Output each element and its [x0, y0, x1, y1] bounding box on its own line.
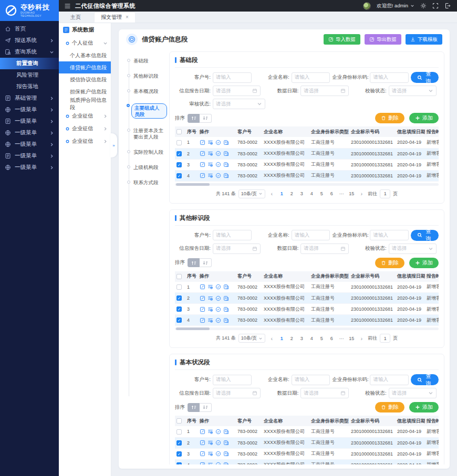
detail-icon[interactable]: [207, 451, 213, 457]
add-button[interactable]: 添加: [409, 258, 439, 268]
row-checkbox[interactable]: ✓: [176, 173, 182, 178]
edit-icon[interactable]: [200, 151, 205, 156]
row-checkbox[interactable]: ✓: [176, 151, 182, 156]
logout-icon[interactable]: [444, 3, 451, 9]
sidebar-item-一级菜单[interactable]: 一级菜单: [0, 139, 59, 150]
customer-no-input[interactable]: 请输入: [213, 72, 252, 83]
detail-icon[interactable]: [207, 140, 213, 145]
copy-icon[interactable]: [223, 295, 229, 301]
edit-icon[interactable]: [200, 162, 205, 167]
anchor-基本概况段[interactable]: 基本概况段: [126, 88, 167, 94]
edit-icon[interactable]: [200, 440, 205, 446]
submenu-item-授信协议信息段[interactable]: 授信协议信息段: [59, 73, 111, 86]
horizontal-scrollbar[interactable]: [175, 183, 439, 186]
copy-icon[interactable]: [223, 151, 229, 156]
edit-icon[interactable]: [200, 306, 205, 312]
company-name-input[interactable]: 请输入: [292, 375, 330, 385]
sort-desc-button[interactable]: [200, 114, 212, 123]
sidebar-item-一级菜单[interactable]: 一级菜单: [0, 104, 59, 115]
approve-icon[interactable]: [215, 318, 221, 323]
scrollbar-thumb[interactable]: [176, 183, 210, 186]
copy-icon[interactable]: [223, 429, 229, 435]
copy-icon[interactable]: [223, 440, 229, 446]
copy-icon[interactable]: [223, 318, 229, 323]
approve-icon[interactable]: [215, 140, 221, 145]
sidebar-collapse-handle[interactable]: »: [110, 133, 117, 157]
submenu-item-个人基本信息段[interactable]: 个人基本信息段: [59, 49, 111, 61]
page-size-select[interactable]: 10条/页: [238, 334, 266, 343]
tab-message-management[interactable]: 报文管理 ×: [95, 12, 135, 23]
row-checkbox[interactable]: ✓: [176, 306, 182, 312]
data-date-picker[interactable]: 请选择: [300, 244, 348, 254]
edit-icon[interactable]: [200, 429, 205, 435]
page-number-···[interactable]: ···: [338, 190, 345, 198]
anchor-其他标识段[interactable]: 其他标识段: [126, 73, 167, 79]
row-checkbox[interactable]: ✓: [176, 318, 182, 323]
sidebar-item-查询系统[interactable]: 查询系统: [0, 46, 59, 58]
company-id-code-input[interactable]: 请输入: [370, 72, 409, 83]
add-button[interactable]: 添加: [409, 113, 439, 123]
edit-icon[interactable]: [200, 173, 205, 178]
info-report-date-picker[interactable]: 请选择: [213, 86, 261, 96]
sort-asc-button[interactable]: [188, 403, 200, 412]
sidebar-item-基础管理[interactable]: 基础管理: [0, 92, 59, 104]
delete-button[interactable]: 删除: [375, 258, 404, 268]
page-number-4[interactable]: 4: [308, 190, 315, 198]
page-number-3[interactable]: 3: [298, 190, 305, 198]
sidebar-subitem-报告落地[interactable]: 报告落地: [0, 81, 59, 92]
next-page-button[interactable]: ›: [358, 334, 365, 342]
next-page-button[interactable]: ›: [358, 190, 365, 198]
fullscreen-icon[interactable]: [432, 3, 439, 9]
copy-icon[interactable]: [223, 462, 229, 464]
edit-icon[interactable]: [200, 451, 205, 457]
page-size-select[interactable]: 10条/页: [238, 189, 266, 198]
validate-status-select[interactable]: 请选择: [389, 388, 437, 398]
sidebar-item-一级菜单[interactable]: 一级菜单: [0, 162, 59, 173]
approve-icon[interactable]: [215, 151, 221, 156]
approve-icon[interactable]: [215, 451, 221, 457]
import-data-button[interactable]: 导入数据: [324, 34, 360, 45]
brand-logo[interactable]: 夺秒科技 DUOMIAO TECHNOLOGY: [0, 0, 59, 21]
sidebar-item-一级菜单[interactable]: 一级菜单: [0, 115, 59, 127]
page-number-5[interactable]: 5: [318, 334, 325, 342]
horizontal-scrollbar[interactable]: [175, 327, 439, 330]
submenu-item-抵质押合同信息段[interactable]: 抵质押合同信息段: [59, 98, 111, 110]
copy-icon[interactable]: [223, 451, 229, 457]
copy-icon[interactable]: [223, 306, 229, 312]
submenu-group-个人征信[interactable]: 个人征信: [59, 37, 111, 49]
prev-page-button[interactable]: ‹: [268, 190, 275, 198]
row-checkbox[interactable]: [176, 140, 182, 145]
sort-desc-button[interactable]: [200, 258, 212, 267]
approve-icon[interactable]: [215, 295, 221, 301]
sidebar-item-首页[interactable]: 首页: [0, 23, 59, 35]
anchor-联系方式段[interactable]: 联系方式段: [126, 179, 167, 186]
sidebar-item-报送系统[interactable]: 报送系统: [0, 35, 59, 46]
detail-icon[interactable]: [207, 318, 213, 323]
sidebar-subitem-前置查询[interactable]: 前置查询: [0, 58, 59, 69]
detail-icon[interactable]: [207, 151, 213, 156]
select-all-checkbox[interactable]: [176, 129, 182, 134]
sort-asc-button[interactable]: [188, 258, 200, 267]
row-checkbox[interactable]: [176, 284, 182, 290]
anchor-上级机构段[interactable]: 上级机构段: [126, 164, 167, 171]
scrollbar-thumb[interactable]: [176, 327, 210, 330]
approve-icon[interactable]: [215, 306, 221, 312]
submenu-group-企业征信[interactable]: 企业征信: [59, 135, 111, 147]
copy-icon[interactable]: [223, 284, 229, 290]
submenu-group-企业征信[interactable]: 企业征信: [59, 122, 111, 135]
data-date-picker[interactable]: 请选择: [300, 86, 348, 96]
anchor-基础段[interactable]: 基础段: [126, 58, 167, 64]
add-button[interactable]: 添加: [409, 402, 439, 412]
approve-icon[interactable]: [215, 162, 221, 167]
page-number-15[interactable]: 15: [348, 190, 355, 198]
prev-page-button[interactable]: ‹: [268, 334, 275, 342]
edit-icon[interactable]: [200, 140, 205, 145]
page-number-···[interactable]: ···: [338, 334, 345, 342]
approve-icon[interactable]: [215, 462, 221, 464]
detail-icon[interactable]: [207, 306, 213, 312]
validate-status-select[interactable]: 请选择: [389, 244, 437, 254]
tab-home[interactable]: 主页: [64, 12, 87, 23]
copy-icon[interactable]: [223, 140, 229, 145]
download-template-button[interactable]: 下载模板: [406, 34, 442, 45]
validate-status-select[interactable]: 请选择: [389, 86, 437, 96]
